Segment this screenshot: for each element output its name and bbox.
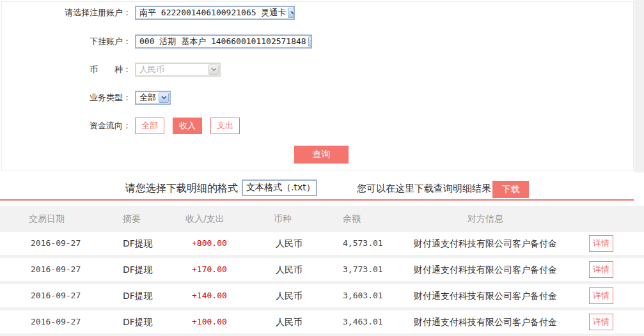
sub-account-value: 000 活期 基本户 1406600101102571848 [139, 36, 306, 47]
cell-balance: 4,573.01 [343, 232, 383, 255]
register-account-value: 南平 6222001406100921065 灵通卡 [139, 7, 286, 19]
currency-select: 人民币 [135, 63, 221, 77]
cell-currency: 人民币 [276, 284, 302, 307]
chevron-down-icon [208, 65, 219, 75]
download-format-label: 请您选择下载明细的格式 [0, 180, 238, 197]
fund-flow-expense-button[interactable]: 支出 [210, 118, 240, 134]
table-header-row: 交易日期 摘要 收入/支出 币种 余额 对方信息 [0, 206, 644, 231]
download-format-value: 文本格式（.txt） [246, 182, 315, 194]
col-header-in-out: 收入/支出 [185, 206, 224, 231]
table-row: 2016-09-27 DF提现 +800.00 人民币 4,573.01 财付通… [0, 232, 644, 255]
sub-account-label: 下挂账户： [0, 36, 131, 47]
cell-date: 2016-09-27 [31, 258, 81, 281]
cell-summary: DF提现 [123, 310, 153, 333]
cell-date: 2016-09-27 [31, 232, 81, 255]
register-account-row: 请选择注册账户： 南平 6222001406100921065 灵通卡 [0, 6, 295, 20]
cell-amount: +800.00 [192, 232, 227, 255]
scrollbar-track[interactable] [634, 0, 644, 172]
cell-currency: 人民币 [276, 232, 302, 255]
cell-date: 2016-09-27 [31, 310, 81, 333]
cell-amount: +140.00 [192, 284, 227, 307]
table-row: 2016-09-27 DF提现 +100.00 人民币 3,463.01 财付通… [0, 310, 644, 333]
detail-button[interactable]: 详情 [589, 287, 613, 304]
cell-summary: DF提现 [123, 232, 153, 255]
currency-value: 人民币 [139, 64, 164, 75]
cell-amount: +170.00 [192, 258, 227, 281]
download-format-select[interactable]: 文本格式（.txt） [242, 179, 317, 196]
register-account-label: 请选择注册账户： [0, 7, 131, 19]
detail-button[interactable]: 详情 [589, 261, 613, 278]
cell-counterparty: 财付通支付科技有限公司客户备付金 [397, 284, 574, 307]
fund-flow-group: 全部 收入 支出 [135, 118, 240, 134]
chevron-down-icon [288, 8, 295, 18]
cell-balance: 3,603.01 [343, 284, 383, 307]
business-type-select[interactable]: 全部 [135, 91, 171, 105]
business-type-label: 业务类型： [0, 92, 131, 103]
chevron-down-icon [308, 36, 312, 47]
cell-amount: +100.00 [192, 310, 227, 333]
download-hint-text: 您可以在这里下载查询明细结果 [357, 180, 491, 197]
fund-flow-label: 资金流向： [0, 120, 131, 132]
cell-currency: 人民币 [276, 258, 302, 281]
query-button[interactable]: 查询 [294, 146, 349, 164]
download-button[interactable]: 下载 [492, 181, 529, 198]
detail-button[interactable]: 详情 [589, 235, 613, 252]
table-body: 2016-09-27 DF提现 +800.00 人民币 4,573.01 财付通… [0, 231, 644, 336]
cell-balance: 3,463.01 [343, 310, 383, 333]
sub-account-select[interactable]: 000 活期 基本户 1406600101102571848 [135, 34, 312, 49]
business-type-value: 全部 [139, 92, 156, 103]
cell-date: 2016-09-27 [31, 284, 81, 307]
detail-button[interactable]: 详情 [589, 314, 613, 330]
transaction-query-page: 请选择注册账户： 南平 6222001406100921065 灵通卡 下挂账户… [0, 0, 644, 336]
col-header-currency: 币种 [274, 206, 292, 231]
cell-counterparty: 财付通支付科技有限公司客户备付金 [397, 232, 574, 255]
cell-summary: DF提现 [123, 284, 153, 307]
table-row: 2016-09-27 DF提现 +170.00 人民币 3,773.01 财付通… [0, 258, 644, 281]
currency-row: 币 种： 人民币 [0, 63, 221, 77]
col-header-counterparty: 对方信息 [397, 206, 574, 231]
cell-currency: 人民币 [276, 310, 302, 333]
sub-account-row: 下挂账户： 000 活期 基本户 1406600101102571848 [0, 34, 312, 49]
cell-summary: DF提现 [123, 258, 153, 281]
currency-label: 币 种： [0, 64, 131, 75]
col-header-date: 交易日期 [29, 206, 65, 231]
cell-balance: 3,773.01 [343, 258, 383, 281]
register-account-select[interactable]: 南平 6222001406100921065 灵通卡 [135, 6, 295, 20]
fund-flow-income-button[interactable]: 收入 [173, 118, 202, 134]
cell-counterparty: 财付通支付科技有限公司客户备付金 [397, 258, 574, 281]
chevron-down-icon [159, 93, 169, 103]
col-header-balance: 余额 [343, 206, 361, 231]
cell-counterparty: 财付通支付科技有限公司客户备付金 [397, 310, 574, 333]
table-row: 2016-09-27 DF提现 +140.00 人民币 3,603.01 财付通… [0, 284, 644, 307]
business-type-row: 业务类型： 全部 [0, 91, 171, 105]
fund-flow-all-button[interactable]: 全部 [135, 118, 164, 134]
fund-flow-row: 资金流向： 全部 收入 支出 [0, 118, 240, 134]
col-header-summary: 摘要 [123, 206, 141, 231]
transactions-table: 交易日期 摘要 收入/支出 币种 余额 对方信息 2016-09-27 DF提现… [0, 201, 644, 336]
